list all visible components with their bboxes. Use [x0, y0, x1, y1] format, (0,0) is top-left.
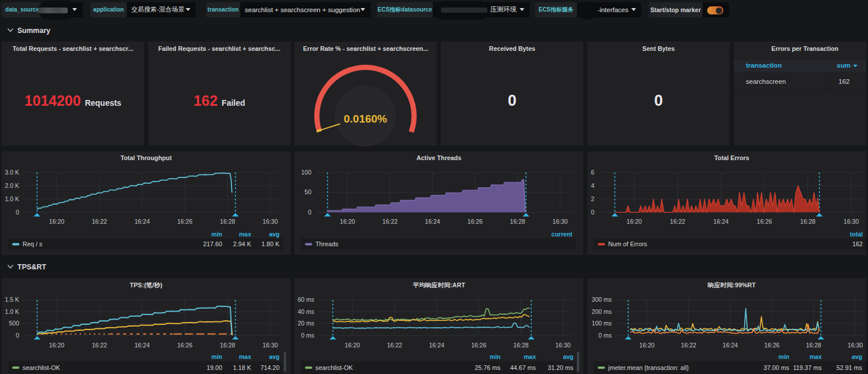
- svg-text:16:30: 16:30: [553, 218, 568, 225]
- svg-text:200 ms: 200 ms: [592, 308, 612, 315]
- svg-text:6: 6: [591, 169, 594, 176]
- svg-text:0 ms: 0 ms: [598, 332, 612, 339]
- svg-text:1.18 K: 1.18 K: [233, 364, 252, 371]
- svg-text:25.76 ms: 25.76 ms: [475, 364, 501, 371]
- svg-text:16:20: 16:20: [639, 342, 654, 349]
- svg-text:total: total: [850, 231, 863, 238]
- svg-text:1.80 K: 1.80 K: [262, 240, 280, 247]
- svg-text:16:20: 16:20: [627, 218, 642, 225]
- svg-text:min: min: [211, 231, 222, 238]
- svg-text:16:24: 16:24: [713, 218, 729, 225]
- svg-text:16:28: 16:28: [513, 342, 528, 349]
- svg-text:16:30: 16:30: [263, 218, 278, 225]
- svg-text:min: min: [211, 353, 222, 360]
- svg-text:Num of Errors: Num of Errors: [608, 240, 648, 247]
- svg-text:avg: avg: [852, 353, 862, 360]
- svg-text:16:22: 16:22: [92, 342, 107, 349]
- svg-text:16:30: 16:30: [556, 342, 571, 349]
- svg-text:16:28: 16:28: [220, 342, 235, 349]
- svg-text:16:26: 16:26: [764, 342, 779, 349]
- svg-text:16:28: 16:28: [510, 218, 525, 225]
- svg-text:16:28: 16:28: [800, 218, 815, 225]
- svg-text:40 ms: 40 ms: [297, 308, 314, 315]
- svg-text:16:26: 16:26: [757, 218, 772, 225]
- svg-text:44.67 ms: 44.67 ms: [510, 364, 536, 371]
- svg-text:0: 0: [16, 332, 19, 339]
- svg-text:0 ms: 0 ms: [301, 332, 314, 339]
- svg-text:20 ms: 20 ms: [297, 320, 314, 327]
- svg-text:100 ms: 100 ms: [592, 320, 612, 327]
- svg-text:Req / s: Req / s: [23, 240, 43, 247]
- svg-text:16:24: 16:24: [429, 342, 444, 349]
- svg-text:52.91 ms: 52.91 ms: [837, 364, 863, 371]
- svg-text:max: max: [239, 231, 251, 238]
- svg-text:16:22: 16:22: [92, 218, 107, 225]
- svg-text:16:20: 16:20: [49, 218, 64, 225]
- svg-text:16:28: 16:28: [220, 218, 235, 225]
- svg-text:16:28: 16:28: [806, 342, 821, 349]
- svg-text:217.60: 217.60: [203, 240, 222, 247]
- svg-text:16:24: 16:24: [425, 218, 440, 225]
- svg-text:16:20: 16:20: [49, 342, 64, 349]
- svg-text:0.0160%: 0.0160%: [344, 113, 387, 125]
- svg-text:16:20: 16:20: [340, 218, 355, 225]
- svg-text:max: max: [810, 353, 822, 360]
- svg-text:16:26: 16:26: [177, 218, 192, 225]
- svg-text:16:20: 16:20: [345, 342, 360, 349]
- svg-text:16:26: 16:26: [471, 342, 486, 349]
- svg-text:119.37 ms: 119.37 ms: [793, 364, 822, 371]
- svg-text:16:30: 16:30: [844, 218, 859, 225]
- svg-text:0: 0: [308, 209, 311, 216]
- svg-text:16:30: 16:30: [263, 342, 278, 349]
- svg-text:60 ms: 60 ms: [297, 296, 314, 303]
- svg-text:162: 162: [852, 240, 863, 247]
- svg-text:16:24: 16:24: [134, 342, 149, 349]
- svg-text:16:22: 16:22: [670, 218, 685, 225]
- svg-text:714.20: 714.20: [260, 364, 279, 371]
- svg-text:2.94 K: 2.94 K: [233, 240, 252, 247]
- svg-text:avg: avg: [269, 353, 279, 360]
- svg-text:16:24: 16:24: [134, 218, 149, 225]
- svg-text:max: max: [239, 353, 251, 360]
- svg-text:50: 50: [304, 188, 311, 195]
- svg-text:avg: avg: [269, 231, 279, 238]
- svg-text:Threads: Threads: [315, 240, 339, 247]
- svg-text:2: 2: [591, 195, 594, 202]
- svg-text:1.5 K: 1.5 K: [5, 296, 19, 303]
- svg-text:500: 500: [9, 320, 19, 327]
- svg-text:2.0 K: 2.0 K: [5, 182, 19, 189]
- svg-text:100: 100: [301, 169, 311, 176]
- svg-text:16:26: 16:26: [177, 342, 192, 349]
- svg-text:max: max: [524, 353, 536, 360]
- svg-text:37.00 ms: 37.00 ms: [764, 364, 790, 371]
- svg-text:16:26: 16:26: [468, 218, 483, 225]
- svg-text:avg: avg: [563, 353, 573, 360]
- svg-text:4: 4: [591, 182, 594, 189]
- svg-text:16:22: 16:22: [387, 342, 402, 349]
- svg-text:16:30: 16:30: [848, 342, 863, 349]
- svg-text:current: current: [551, 231, 573, 238]
- svg-text:searchlist-OK: searchlist-OK: [23, 364, 61, 371]
- svg-text:300 ms: 300 ms: [592, 296, 612, 303]
- svg-text:16:22: 16:22: [382, 218, 398, 225]
- svg-text:31.20 ms: 31.20 ms: [548, 364, 574, 371]
- svg-text:1.0 K: 1.0 K: [5, 195, 19, 202]
- svg-text:3.0 K: 3.0 K: [5, 169, 19, 176]
- svg-text:min: min: [490, 353, 501, 360]
- svg-text:16:22: 16:22: [681, 342, 696, 349]
- svg-text:min: min: [778, 353, 789, 360]
- svg-text:searchlist-OK: searchlist-OK: [315, 364, 354, 371]
- svg-text:jmeter.mean {transaction: all}: jmeter.mean {transaction: all}: [608, 364, 689, 371]
- svg-text:0: 0: [591, 209, 594, 216]
- svg-text:16:24: 16:24: [723, 342, 738, 349]
- svg-text:1.0 K: 1.0 K: [5, 308, 19, 315]
- svg-text:0: 0: [16, 209, 19, 216]
- svg-text:19.00: 19.00: [207, 364, 222, 371]
